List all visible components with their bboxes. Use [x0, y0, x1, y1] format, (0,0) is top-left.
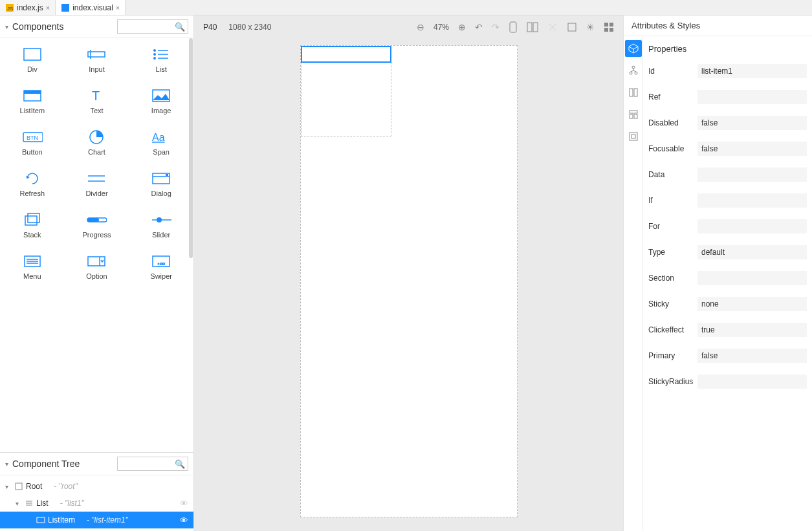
prop-if: If: [646, 193, 807, 208]
component-refresh[interactable]: Refresh: [0, 168, 65, 201]
left-panel: ▾ Components 🔍 Div Input List: [0, 16, 194, 531]
undo-button[interactable]: ↶: [475, 22, 483, 32]
prop-ref: Ref: [646, 90, 807, 104]
focusable-input[interactable]: false: [697, 142, 807, 156]
search-icon: 🔍: [175, 22, 185, 32]
tree-listitem[interactable]: ListItem - "list-item1" 👁: [0, 512, 193, 528]
svg-rect-48: [533, 23, 538, 32]
svg-rect-52: [604, 28, 608, 32]
component-image[interactable]: Image: [129, 85, 193, 118]
scrollbar-thumb[interactable]: [189, 38, 193, 258]
close-icon[interactable]: ×: [116, 4, 120, 12]
tree-search-input[interactable]: 🔍: [117, 457, 188, 471]
chevron-down-icon[interactable]: ▾: [5, 461, 8, 468]
layout-icon[interactable]: [625, 106, 642, 123]
zoom-out-button[interactable]: ⊖: [417, 22, 424, 32]
component-swiper[interactable]: Swiper: [129, 250, 193, 284]
tree-icon[interactable]: [625, 62, 642, 79]
svg-rect-63: [631, 135, 635, 138]
component-listitem[interactable]: ListItem: [0, 85, 65, 118]
visibility-icon[interactable]: 👁: [180, 499, 188, 508]
list-icon: [151, 47, 171, 61]
section-input[interactable]: [697, 271, 807, 285]
prop-disabled: Disabledfalse: [646, 116, 807, 130]
tab-index-js[interactable]: JS index.js ×: [0, 0, 56, 15]
component-progress[interactable]: Progress: [65, 209, 129, 243]
canvas-viewport[interactable]: [194, 39, 623, 531]
components-search-input[interactable]: 🔍: [117, 19, 188, 34]
chevron-down-icon[interactable]: ▾: [16, 500, 22, 507]
disabled-input[interactable]: false: [697, 116, 807, 130]
component-button[interactable]: BTN Button: [0, 126, 65, 160]
attributes-title: Attributes & Styles: [624, 16, 812, 36]
visibility-icon[interactable]: 👁: [180, 515, 188, 525]
for-input[interactable]: [697, 219, 807, 233]
component-stack[interactable]: Stack: [0, 209, 65, 243]
svg-rect-28: [87, 218, 99, 222]
component-span[interactable]: Aa Span: [129, 126, 193, 160]
component-option[interactable]: Option: [65, 250, 129, 284]
device-label[interactable]: P40: [203, 23, 217, 32]
stickyradius-input[interactable]: [697, 374, 807, 389]
ref-input[interactable]: [697, 90, 807, 104]
tree-title: Component Tree: [12, 459, 113, 469]
svg-text:BTN: BTN: [27, 135, 38, 141]
square-icon[interactable]: [567, 22, 577, 32]
canvas-toolbar: P40 1080 x 2340 ⊖ 47% ⊕ ↶ ↷ ☀: [194, 16, 623, 39]
components-title: Components: [12, 21, 113, 32]
data-input[interactable]: [697, 168, 807, 182]
component-dialog[interactable]: Dialog: [129, 168, 193, 201]
clickeffect-input[interactable]: true: [697, 323, 807, 337]
canvas-listitem-selected[interactable]: [301, 46, 391, 63]
component-menu[interactable]: Menu: [0, 250, 65, 284]
tree-node-id: - "root": [54, 482, 78, 491]
component-list[interactable]: List: [129, 43, 193, 77]
box-icon[interactable]: [625, 128, 642, 145]
tab-label: index.js: [17, 3, 43, 12]
svg-text:JS: JS: [7, 6, 13, 12]
component-div[interactable]: Div: [0, 43, 65, 77]
grid-icon[interactable]: [604, 22, 614, 32]
progress-icon: [86, 213, 107, 227]
chevron-down-icon[interactable]: ▾: [5, 23, 8, 30]
chevron-down-icon[interactable]: ▾: [5, 483, 12, 490]
columns-icon[interactable]: [625, 84, 642, 101]
zoom-in-button[interactable]: ⊕: [458, 22, 466, 32]
redo-button[interactable]: ↷: [492, 22, 499, 32]
cut-icon[interactable]: [547, 22, 558, 32]
id-input[interactable]: list-item1: [697, 64, 807, 78]
svg-rect-41: [16, 483, 22, 490]
device-split-icon[interactable]: [527, 21, 538, 33]
brightness-icon[interactable]: ☀: [586, 22, 595, 32]
tree-node-name: Root: [26, 482, 42, 491]
component-slider[interactable]: Slider: [129, 209, 193, 243]
device-portrait-icon[interactable]: [509, 21, 518, 33]
device-frame[interactable]: [300, 45, 518, 517]
primary-input[interactable]: false: [697, 349, 807, 363]
stack-icon: [22, 213, 43, 227]
tree-root[interactable]: ▾ Root - "root": [0, 478, 193, 495]
tree-node-name: List: [36, 499, 49, 508]
tree-node-id: - "list-item1": [87, 515, 128, 525]
tab-index-visual[interactable]: index.visual ×: [56, 0, 126, 15]
svg-rect-58: [634, 89, 637, 96]
svg-text:Aa: Aa: [152, 132, 165, 143]
tree-list[interactable]: ▾ List - "list1" 👁: [0, 495, 193, 512]
refresh-icon: [22, 171, 43, 186]
prop-focusable: Focusablefalse: [646, 142, 807, 156]
svg-rect-62: [630, 133, 637, 140]
component-chart[interactable]: Chart: [65, 126, 129, 160]
prop-type: Typedefault: [646, 245, 807, 259]
component-input[interactable]: Input: [65, 43, 129, 77]
close-icon[interactable]: ×: [46, 4, 50, 12]
tree-node-id: - "list1": [60, 499, 84, 508]
cube-icon[interactable]: [625, 40, 642, 57]
type-input[interactable]: default: [697, 245, 807, 259]
component-text[interactable]: T Text: [65, 85, 129, 118]
span-icon: Aa: [151, 130, 171, 144]
right-rail: [624, 36, 643, 531]
svg-rect-46: [510, 22, 516, 32]
if-input[interactable]: [697, 193, 807, 208]
component-divider[interactable]: Divider: [65, 168, 129, 201]
sticky-input[interactable]: none: [697, 297, 807, 311]
